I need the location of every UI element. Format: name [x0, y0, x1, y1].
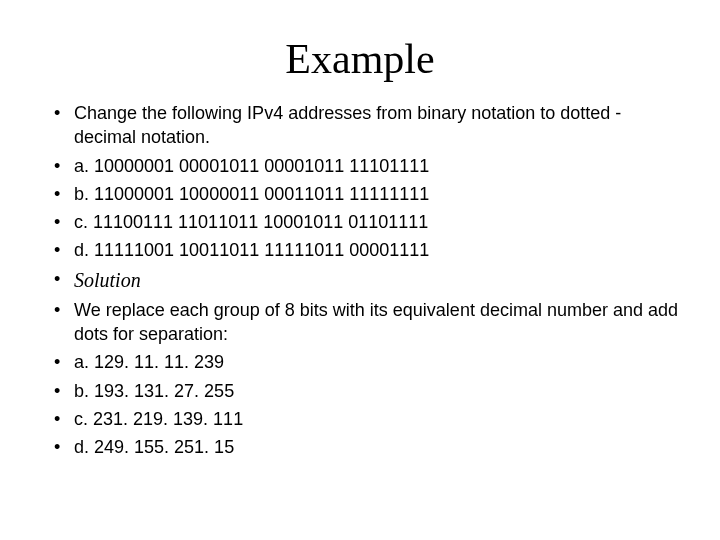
list-item: We replace each group of 8 bits with its… [40, 298, 680, 347]
answer-a: a. 129. 11. 11. 239 [74, 352, 224, 372]
prompt-text: Change the following IPv4 addresses from… [74, 103, 621, 147]
list-item: b. 193. 131. 27. 255 [40, 379, 680, 403]
list-item: Change the following IPv4 addresses from… [40, 101, 680, 150]
question-d: d. 11111001 10011011 11111011 00001111 [74, 240, 429, 260]
solution-heading: Solution [74, 267, 680, 294]
list-item: c. 11100111 11011011 10001011 01101111 [40, 210, 680, 234]
list-item-empty: Solution [40, 267, 680, 294]
answer-b: b. 193. 131. 27. 255 [74, 381, 234, 401]
slide-title: Example [40, 35, 680, 83]
question-b: b. 11000001 10000011 00011011 11111111 [74, 184, 429, 204]
slide: Example Change the following IPv4 addres… [0, 0, 720, 540]
list-item: a. 10000001 00001011 00001011 11101111 [40, 154, 680, 178]
list-item: b. 11000001 10000011 00011011 11111111 [40, 182, 680, 206]
solution-intro: We replace each group of 8 bits with its… [74, 300, 678, 344]
list-item: d. 249. 155. 251. 15 [40, 435, 680, 459]
question-a: a. 10000001 00001011 00001011 11101111 [74, 156, 429, 176]
list-item: d. 11111001 10011011 11111011 00001111 [40, 238, 680, 262]
answer-c: c. 231. 219. 139. 111 [74, 409, 243, 429]
question-c: c. 11100111 11011011 10001011 01101111 [74, 212, 428, 232]
bullet-list: Change the following IPv4 addresses from… [40, 101, 680, 460]
answer-d: d. 249. 155. 251. 15 [74, 437, 234, 457]
list-item: a. 129. 11. 11. 239 [40, 350, 680, 374]
list-item: c. 231. 219. 139. 111 [40, 407, 680, 431]
